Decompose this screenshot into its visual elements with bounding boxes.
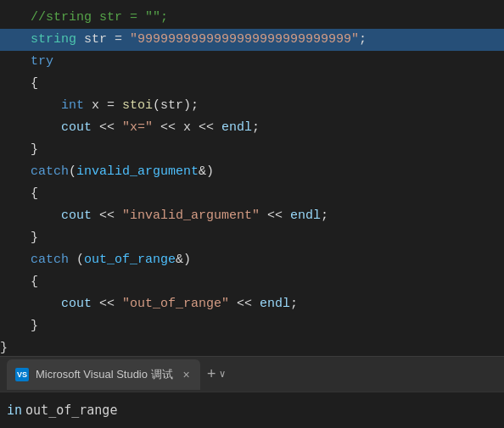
code-token: "9999999999999999999999999999" xyxy=(130,32,359,47)
code-token xyxy=(0,186,31,201)
code-token: << x << xyxy=(153,120,221,135)
code-token: << xyxy=(92,297,122,311)
new-tab-button[interactable]: + xyxy=(207,366,216,383)
code-token: "invalid_argument" xyxy=(122,208,260,223)
console-prefix: in xyxy=(7,403,22,418)
code-token: endl xyxy=(290,208,321,223)
code-token: int xyxy=(61,98,84,113)
code-token: ; xyxy=(359,32,367,47)
code-token: &) xyxy=(176,253,191,267)
code-token xyxy=(0,297,61,311)
code-line: cout << "out_of_range" << endl; xyxy=(0,293,504,315)
code-token: ; xyxy=(321,208,328,223)
code-token: { xyxy=(31,275,38,289)
taskbar-tab[interactable]: VS Microsoft Visual Studio 调试 × xyxy=(7,359,200,390)
code-token: x = xyxy=(84,98,122,113)
code-line: { xyxy=(0,73,504,95)
vs-icon: VS xyxy=(15,368,29,381)
code-token: //string str = ""; xyxy=(31,10,168,25)
code-token xyxy=(0,98,61,113)
code-line: } xyxy=(0,337,504,356)
code-line: } xyxy=(0,227,504,249)
code-token: ; xyxy=(252,120,260,135)
code-token: stoi xyxy=(122,98,153,113)
code-line: } xyxy=(0,139,504,161)
code-token: "out_of_range" xyxy=(122,297,229,311)
code-token xyxy=(0,54,31,69)
code-token: cout xyxy=(61,208,92,223)
code-token: (str); xyxy=(153,98,199,113)
code-token: cout xyxy=(61,297,92,311)
code-token: } xyxy=(0,341,8,355)
code-line: catch (out_of_range&) xyxy=(0,249,504,271)
code-token: endl xyxy=(260,297,290,311)
code-token: catch xyxy=(31,164,69,179)
code-line: cout << "x=" << x << endl; xyxy=(0,117,504,139)
taskbar: VS Microsoft Visual Studio 调试 × + ∨ xyxy=(0,356,504,392)
code-token xyxy=(0,208,61,223)
code-token: } xyxy=(31,319,38,333)
code-line: string str = "99999999999999999999999999… xyxy=(0,29,504,51)
code-token: << xyxy=(260,208,290,223)
code-token: << xyxy=(92,120,122,135)
code-token: &) xyxy=(199,164,214,179)
code-token xyxy=(0,32,31,47)
code-token: } xyxy=(31,142,38,157)
close-tab-button[interactable]: × xyxy=(183,368,190,381)
code-line: //string str = ""; xyxy=(0,7,504,29)
code-token: { xyxy=(31,186,38,201)
code-token: invalid_argument xyxy=(76,164,199,179)
code-line: int x = stoi(str); xyxy=(0,95,504,117)
code-token: ; xyxy=(290,297,298,311)
code-token: str = xyxy=(76,32,130,47)
code-token: string xyxy=(31,32,76,47)
code-token xyxy=(0,164,31,179)
code-token xyxy=(0,10,31,25)
code-token: catch xyxy=(31,253,69,267)
code-token xyxy=(0,319,31,333)
tab-chevron-button[interactable]: ∨ xyxy=(220,368,226,381)
console-text: out_of_range xyxy=(25,403,117,418)
tab-label: Microsoft Visual Studio 调试 xyxy=(36,367,173,382)
code-editor: //string str = ""; string str = "9999999… xyxy=(0,0,504,356)
code-token: ( xyxy=(69,253,84,267)
code-token xyxy=(0,231,31,245)
code-line: catch(invalid_argument&) xyxy=(0,161,504,183)
code-line: try xyxy=(0,51,504,73)
code-token: cout xyxy=(61,120,92,135)
code-line: cout << "invalid_argument" << endl; xyxy=(0,205,504,227)
code-token: } xyxy=(31,231,38,245)
code-line: { xyxy=(0,271,504,293)
code-token: "x=" xyxy=(122,120,153,135)
code-token: << xyxy=(229,297,260,311)
code-token: << xyxy=(92,208,122,223)
code-token: try xyxy=(31,54,53,69)
code-token xyxy=(0,275,31,289)
code-token: { xyxy=(31,76,38,91)
code-token: endl xyxy=(221,120,252,135)
code-line: } xyxy=(0,315,504,337)
code-token: out_of_range xyxy=(84,253,176,267)
code-line: { xyxy=(0,183,504,205)
code-token xyxy=(0,142,31,157)
code-token xyxy=(0,253,31,267)
code-token xyxy=(0,120,61,135)
code-token xyxy=(0,76,31,91)
code-token: ( xyxy=(69,164,76,179)
console-output-bar: in out_of_range xyxy=(0,392,504,428)
